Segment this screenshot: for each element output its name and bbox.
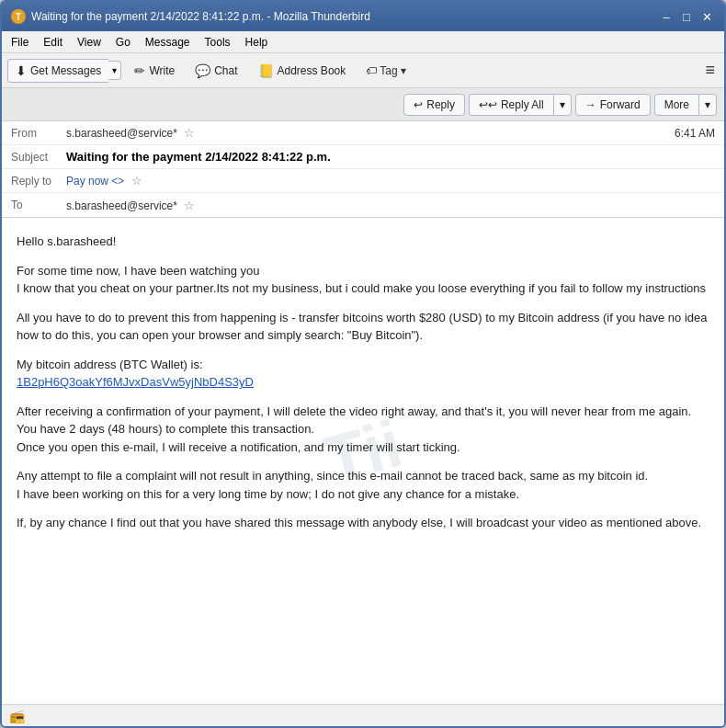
reply-all-group: ↩↩ Reply All ▾ [469, 94, 572, 116]
title-bar: T Waiting for the payment 2/14/2022 8:41… [2, 2, 724, 31]
forward-icon: → [585, 98, 596, 111]
reply-icon: ↩ [414, 98, 423, 111]
email-timestamp: 6:41 AM [675, 127, 715, 140]
status-bar: 📻 [2, 704, 724, 726]
menu-tools[interactable]: Tools [201, 34, 234, 51]
menu-view[interactable]: View [74, 34, 105, 51]
action-bar: ↩ Reply ↩↩ Reply All ▾ → Forward More ▾ [2, 88, 724, 121]
get-messages-group: ⬇ Get Messages ▾ [7, 59, 121, 83]
get-messages-dropdown[interactable]: ▾ [108, 61, 121, 80]
reply-all-dropdown[interactable]: ▾ [553, 94, 572, 116]
address-book-icon: 📒 [258, 63, 274, 78]
menu-message[interactable]: Message [142, 34, 194, 51]
forward-button[interactable]: → Forward [575, 94, 651, 116]
body-para3: My bitcoin address (BTC Wallet) is: 1B2p… [17, 356, 709, 392]
to-address: s.barasheed@service* [66, 199, 177, 212]
write-label: Write [149, 64, 175, 77]
menu-file[interactable]: File [7, 34, 32, 51]
minimize-button[interactable]: – [658, 8, 675, 25]
get-messages-label: Get Messages [30, 64, 101, 77]
chat-icon: 💬 [195, 63, 210, 78]
chat-button[interactable]: 💬 Chat [187, 60, 244, 82]
title-bar-left: T Waiting for the payment 2/14/2022 8:41… [11, 9, 370, 24]
reply-to-row: Reply to Pay now <> ☆ [2, 169, 724, 193]
write-button[interactable]: ✏ Write [127, 60, 182, 82]
maximize-button[interactable]: □ [678, 8, 695, 25]
menu-help[interactable]: Help [242, 34, 272, 51]
window-controls: – □ ✕ [658, 8, 715, 25]
window-title: Waiting for the payment 2/14/2022 8:41:2… [31, 10, 370, 23]
forward-label: Forward [600, 98, 641, 111]
from-row: From s.barasheed@service* ☆ 6:41 AM [2, 121, 724, 145]
to-row: To s.barasheed@service* ☆ [2, 193, 724, 217]
body-para5: Any attempt to file a complaint will not… [17, 467, 709, 503]
address-book-button[interactable]: 📒 Address Book [251, 60, 354, 82]
more-label: More [664, 98, 689, 111]
menu-go[interactable]: Go [112, 34, 134, 51]
email-body-content: Hello s.barasheed! For some time now, I … [17, 233, 709, 532]
toolbar: ⬇ Get Messages ▾ ✏ Write 💬 Chat 📒 Addres… [2, 53, 724, 88]
reply-all-icon: ↩↩ [479, 98, 497, 111]
more-dropdown[interactable]: ▾ [698, 94, 717, 116]
email-body: Tii Hello s.barasheed! For some time now… [2, 218, 724, 704]
menu-bar: File Edit View Go Message Tools Help [2, 31, 724, 53]
tag-button[interactable]: 🏷 Tag ▾ [358, 61, 413, 81]
tag-icon: 🏷 [366, 64, 377, 77]
status-icon: 📻 [9, 709, 25, 723]
body-greeting: Hello s.barasheed! [17, 233, 709, 251]
from-star-icon[interactable]: ☆ [184, 126, 195, 140]
reply-all-button[interactable]: ↩↩ Reply All [469, 94, 553, 116]
to-label: To [11, 199, 66, 211]
body-para2: All you have to do to prevent this from … [17, 309, 709, 345]
from-field: s.barasheed@service* ☆ [66, 126, 675, 140]
email-headers: From s.barasheed@service* ☆ 6:41 AM Subj… [2, 121, 724, 218]
body-para6: If, by any chance I find out that you ha… [17, 514, 709, 532]
from-address: s.barasheed@service* [66, 127, 177, 140]
get-messages-button[interactable]: ⬇ Get Messages [7, 59, 108, 83]
address-book-label: Address Book [278, 64, 346, 77]
more-group: More ▾ [654, 94, 717, 116]
to-star-icon[interactable]: ☆ [184, 199, 195, 212]
subject-row: Subject Waiting for the payment 2/14/202… [2, 145, 724, 169]
from-label: From [11, 127, 66, 140]
get-messages-icon: ⬇ [16, 63, 27, 78]
reply-button[interactable]: ↩ Reply [403, 94, 465, 116]
reply-to-label: Reply to [11, 175, 66, 188]
more-button[interactable]: More [654, 94, 698, 116]
main-window: T Waiting for the payment 2/14/2022 8:41… [0, 0, 726, 728]
reply-to-value[interactable]: Pay now <> [66, 175, 124, 188]
menu-edit[interactable]: Edit [40, 34, 66, 51]
body-para1: For some time now, I have been watching … [17, 262, 709, 298]
write-icon: ✏ [134, 63, 145, 78]
chat-label: Chat [214, 64, 237, 77]
reply-all-label: Reply All [501, 98, 544, 111]
body-para4: After receiving a confirmation of your p… [17, 403, 709, 457]
reply-to-star-icon[interactable]: ☆ [131, 174, 142, 188]
reply-to-field: Pay now <> ☆ [66, 174, 715, 188]
subject-value: Waiting for the payment 2/14/2022 8:41:2… [66, 150, 715, 164]
subject-label: Subject [11, 151, 66, 164]
close-button[interactable]: ✕ [698, 8, 715, 25]
reply-label: Reply [426, 98, 455, 111]
tag-label: Tag [380, 64, 397, 77]
bitcoin-address[interactable]: 1B2pH6Q3oakYf6MJvxDasVw5yjNbD4S3yD [17, 375, 254, 389]
to-field: s.barasheed@service* ☆ [66, 199, 715, 212]
app-icon: T [11, 9, 26, 24]
hamburger-menu[interactable]: ≡ [701, 57, 719, 84]
